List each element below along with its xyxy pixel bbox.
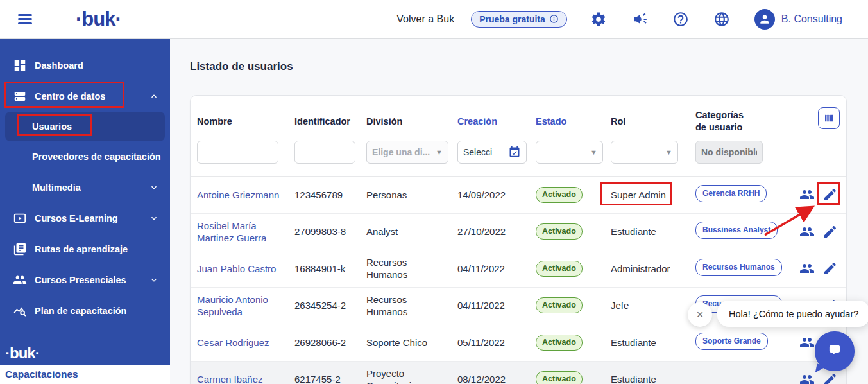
help-icon[interactable]: [672, 11, 689, 28]
user-role: Estudiante: [611, 225, 688, 238]
column-header-identificador: Identificador: [294, 116, 359, 128]
user-division: Recursos Humanos: [366, 293, 450, 318]
user-avatar[interactable]: [754, 9, 775, 30]
user-name-link[interactable]: Mauricio Antonio Sepulveda: [197, 293, 287, 318]
user-name-link[interactable]: Juan Pablo Castro: [197, 263, 287, 275]
buk-logo[interactable]: ·buk·: [76, 8, 121, 31]
users-table-card: Nombre Identificador División Creación E…: [190, 95, 847, 384]
buk-logo-sidebar: ·buk·: [5, 344, 40, 362]
sidebar-item-cursos-elearning[interactable]: Cursos E-Learning: [0, 203, 170, 234]
user-identifier: 123456789: [294, 189, 359, 201]
sidebar-item-label: Dashboard: [35, 60, 83, 71]
column-header-division: División: [366, 116, 450, 128]
language-globe-icon[interactable]: [713, 11, 730, 28]
dropdown-arrow-icon: ▼: [436, 148, 443, 156]
user-division: Soporte Chico: [366, 336, 450, 349]
user-created-date: 04/11/2022: [457, 299, 528, 311]
user-identifier: 16884901-k: [294, 263, 359, 275]
back-to-buk-link[interactable]: Volver a Buk: [396, 13, 454, 25]
announcements-megaphone-icon[interactable]: [631, 11, 648, 28]
main-content: Listado de usuarios Nombre Identificador…: [170, 39, 868, 384]
table-body: Antoine Griezmann 123456789 Personas 14/…: [191, 176, 846, 384]
user-created-date: 04/11/2022: [457, 263, 528, 275]
column-header-rol: Rol: [611, 116, 688, 128]
trial-badge[interactable]: Prueba gratuita: [471, 11, 567, 28]
user-identifier: 6217455-2: [294, 373, 359, 384]
manage-users-icon[interactable]: [799, 261, 815, 276]
sidebar-item-proveedores[interactable]: Proveedores de capacitación: [0, 141, 170, 172]
status-badge: Activado: [536, 187, 583, 203]
user-created-date: 08/12/2022: [457, 373, 528, 384]
manage-users-icon[interactable]: [799, 372, 815, 384]
category-pill: Gerencia RRHH: [695, 185, 767, 202]
sidebar-item-dashboard[interactable]: Dashboard: [0, 50, 170, 81]
filter-estado-select[interactable]: ▼: [536, 141, 603, 164]
title-divider: [305, 60, 305, 74]
chat-bubble-icon: [825, 342, 844, 361]
sidebar-item-label: Rutas de aprendizaje: [35, 244, 128, 254]
app-root: ·buk· Volver a Buk Prueba gratuita B. Co…: [0, 0, 868, 384]
manage-users-icon[interactable]: [799, 224, 815, 240]
column-header-estado[interactable]: Estado: [536, 116, 603, 128]
column-header-categorias: Categorías de usuario: [695, 109, 792, 134]
sidebar-item-plan[interactable]: Plan de capacitación: [0, 295, 170, 326]
chat-launcher-button[interactable]: [815, 331, 855, 371]
user-role: Estudiante: [611, 336, 688, 349]
account-name[interactable]: B. Consulting: [781, 13, 842, 25]
user-role: Jefe: [611, 299, 688, 311]
user-role: Estudiante: [611, 373, 688, 384]
chevron-down-icon: [149, 183, 158, 192]
filter-creacion-date[interactable]: Selecci: [457, 141, 527, 164]
learning-paths-icon: [13, 242, 27, 256]
user-name-link[interactable]: Carmen Ibañez: [197, 373, 287, 384]
status-badge: Activado: [536, 223, 583, 240]
columns-icon: [823, 112, 835, 124]
edit-pencil-icon[interactable]: [822, 261, 838, 276]
edit-pencil-icon[interactable]: [822, 224, 838, 240]
filter-identificador-input[interactable]: [294, 141, 355, 164]
column-settings-button[interactable]: [818, 107, 840, 129]
table-row: Antoine Griezmann 123456789 Personas 14/…: [191, 177, 846, 214]
settings-gear-icon[interactable]: [590, 11, 607, 28]
user-division: Analyst: [366, 225, 450, 238]
chat-greeting-tooltip[interactable]: Hola! ¿Cómo te puedo ayudar?: [717, 301, 868, 327]
product-footer: Capacitaciones: [0, 365, 170, 384]
filter-rol-select[interactable]: ▼: [611, 141, 678, 164]
sidebar-item-label: Centro de datos: [35, 91, 105, 101]
table-filter-row: Elige una di...▼ Selecci ▼ ▼: [191, 138, 846, 173]
sidebar-item-label: Cursos Presenciales: [35, 275, 126, 285]
chevron-down-icon: [149, 214, 158, 223]
sidebar-item-multimedia[interactable]: Multimedia: [0, 172, 170, 203]
info-icon: [549, 14, 559, 24]
sidebar-item-label: Plan de capacitación: [35, 306, 126, 316]
user-role: Administrador: [611, 263, 688, 275]
sidebar: Dashboard Centro de datos Usuarios Prove…: [0, 39, 170, 365]
sidebar-item-centro-de-datos[interactable]: Centro de datos: [0, 81, 170, 112]
edit-pencil-icon[interactable]: [822, 187, 838, 202]
column-header-nombre: Nombre: [197, 116, 287, 128]
sidebar-item-label: Cursos E-Learning: [35, 213, 118, 223]
table-row: Cesar Rodriguez 26928066-2 Soporte Chico…: [191, 324, 846, 362]
hamburger-menu-icon[interactable]: [18, 12, 33, 26]
sidebar-item-label: Usuarios: [32, 121, 72, 132]
sidebar-item-label: Proveedores de capacitación: [32, 152, 161, 162]
table-row: Juan Pablo Castro 16884901-k Recursos Hu…: [191, 250, 846, 288]
user-name-link[interactable]: Cesar Rodriguez: [197, 336, 287, 349]
filter-division-select[interactable]: Elige una di...▼: [366, 141, 448, 164]
manage-users-icon[interactable]: [799, 187, 815, 202]
calendar-icon[interactable]: [502, 141, 526, 163]
table-row: Carmen Ibañez 6217455-2 Proyecto Capacit…: [191, 362, 846, 384]
column-header-creacion[interactable]: Creación: [457, 116, 528, 128]
filter-nombre-input[interactable]: [197, 141, 278, 164]
dropdown-arrow-icon: ▼: [590, 148, 597, 156]
category-pill: Recursos Humanos: [695, 259, 782, 276]
sidebar-item-rutas[interactable]: Rutas de aprendizaje: [0, 234, 170, 265]
chat-close-button[interactable]: ×: [688, 302, 712, 327]
user-name-link[interactable]: Rosibel María Martinez Guerra: [197, 220, 287, 244]
chevron-up-icon: [149, 92, 158, 101]
sidebar-item-usuarios[interactable]: Usuarios: [5, 112, 165, 141]
user-name-link[interactable]: Antoine Griezmann: [197, 189, 287, 201]
sidebar-item-cursos-presenciales[interactable]: Cursos Presenciales: [0, 265, 170, 295]
sidebar-item-label: Multimedia: [32, 182, 81, 193]
manage-users-icon[interactable]: [799, 335, 815, 350]
